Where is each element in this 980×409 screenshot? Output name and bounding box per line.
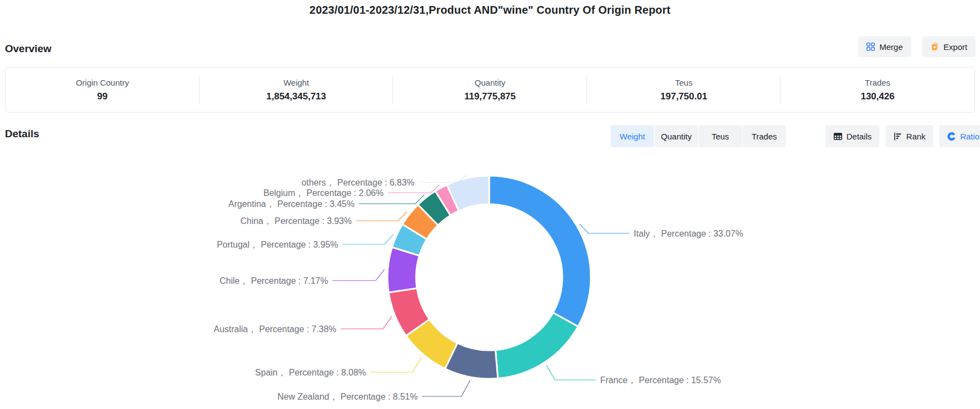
pie-svg: Italy， Percentage : 33.07%France， Percen…	[0, 135, 980, 409]
stat-label: Quantity	[475, 78, 506, 87]
pie-label-china: China， Percentage : 3.93%	[240, 216, 352, 226]
pie-label-portugal: Portugal， Percentage : 3.95%	[217, 240, 338, 249]
pie-label-line-china	[356, 212, 407, 221]
page-title: 2023/01/01-2023/12/31,Product AND"wine" …	[0, 4, 980, 16]
stat-weight: Weight1,854,345,713	[200, 68, 394, 112]
pie-label-new-zealand: New Zealand， Percentage : 8.51%	[278, 392, 418, 401]
pie-label-spain: Spain， Percentage : 8.08%	[255, 368, 366, 377]
pie-label-others: others， Percentage : 6.83%	[302, 178, 414, 187]
overview-stats-card: Origin Country99Weight1,854,345,713Quant…	[5, 67, 975, 113]
export-button[interactable]: Export	[922, 36, 976, 57]
stat-value: 99	[97, 91, 108, 102]
export-button-label: Export	[944, 42, 967, 52]
pie-segment-france[interactable]	[495, 313, 578, 379]
pie-label-australia: Australia， Percentage : 7.38%	[214, 324, 336, 334]
stat-origin-country: Origin Country99	[5, 68, 200, 112]
stat-trades: Trades130,426	[780, 68, 975, 112]
pie-label-belgium: Belgium， Percentage : 2.06%	[263, 188, 384, 198]
pie-label-line-france	[546, 365, 596, 380]
merge-button-label: Merge	[879, 42, 903, 52]
overview-heading: Overview	[5, 43, 52, 55]
stat-label: Origin Country	[76, 78, 129, 87]
pie-label-line-australia	[341, 316, 392, 329]
pie-label-argentina: Argentina， Percentage : 3.45%	[229, 199, 355, 209]
pie-label-italy: Italy， Percentage : 33.07%	[634, 229, 743, 238]
pie-segment-italy[interactable]	[489, 176, 591, 327]
stat-value: 1,854,345,713	[267, 91, 326, 102]
pie-label-france: France， Percentage : 15.57%	[600, 376, 721, 385]
ratio-pie-chart: Italy， Percentage : 33.07%France， Percen…	[0, 135, 980, 409]
stat-teus: Teus197,750.01	[587, 68, 781, 112]
stat-label: Teus	[675, 78, 693, 87]
stat-value: 119,775,875	[464, 91, 516, 102]
stat-label: Weight	[284, 78, 309, 87]
pie-label-line-italy	[580, 224, 629, 233]
pie-label-line-portugal	[342, 234, 394, 244]
export-icon	[931, 42, 939, 51]
stat-label: Trades	[865, 78, 890, 87]
pie-label-line-new-zealand	[422, 380, 470, 396]
pie-label-chile: Chile， Percentage : 7.17%	[220, 276, 328, 285]
stat-quantity: Quantity119,775,875	[393, 68, 587, 112]
top-buttons: Merge Export	[858, 36, 976, 57]
pie-label-line-others	[419, 175, 467, 182]
merge-icon	[866, 42, 875, 51]
pie-label-line-spain	[370, 357, 422, 372]
stat-value: 130,426	[861, 91, 894, 102]
merge-button[interactable]: Merge	[858, 36, 911, 57]
stat-value: 197,750.01	[661, 91, 707, 102]
pie-label-line-chile	[333, 270, 385, 281]
